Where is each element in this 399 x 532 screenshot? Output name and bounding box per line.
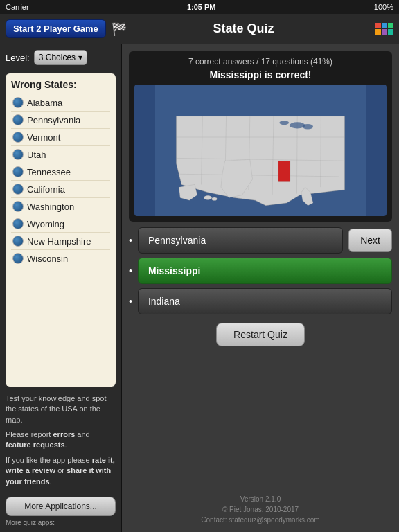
- choice-button-2[interactable]: Indiana: [138, 288, 392, 314]
- level-label: Level:: [6, 53, 30, 63]
- state-icon: [12, 149, 24, 160]
- credit-label: © Piet Jonas, 2010-2017: [129, 504, 392, 515]
- state-icon: [12, 132, 24, 143]
- wrong-state-item: Alabama: [11, 94, 110, 112]
- version-label: Version 2.1.0: [129, 494, 392, 504]
- color-cell: [375, 29, 381, 35]
- wrong-state-item: Vermont: [11, 129, 110, 146]
- svg-rect-10: [278, 161, 290, 181]
- restart-button[interactable]: Restart Quiz: [216, 323, 305, 346]
- info-section: Test your knowledge and spot the states …: [6, 393, 116, 491]
- state-icon: [12, 184, 24, 195]
- color-cell: [375, 23, 381, 28]
- choice-bullet: •: [129, 235, 132, 246]
- state-icon: [12, 201, 24, 212]
- svg-point-13: [303, 124, 313, 130]
- svg-point-12: [279, 121, 289, 125]
- color-cell: [388, 29, 393, 35]
- state-icon: [12, 253, 24, 264]
- color-cell: [382, 23, 387, 28]
- info-text-3: If you like the app please rate it, writ…: [6, 455, 116, 487]
- wrong-states-list: AlabamaPennsylvaniaVermontUtahTennesseeC…: [11, 94, 110, 267]
- usa-map-container: [134, 85, 387, 216]
- app-title: State Quiz: [132, 21, 355, 36]
- color-cell: [388, 23, 393, 28]
- chevron-down-icon: ▾: [78, 53, 82, 62]
- correct-message: Mississippi is correct!: [134, 69, 387, 80]
- more-quiz-label: More quiz apps:: [6, 519, 116, 526]
- state-name: Wyoming: [27, 219, 64, 229]
- svg-point-14: [204, 195, 211, 200]
- info-text-2: Please report errors and feature request…: [6, 429, 116, 451]
- sidebar: Level: 3 Choices ▾ Wrong States: Alabama…: [0, 44, 122, 532]
- flag-icon: 🏁: [112, 21, 127, 37]
- choice-bullet: •: [129, 265, 132, 276]
- quiz-stats: 7 correct answers / 17 questions (41%): [134, 57, 387, 66]
- wrong-state-item: Utah: [11, 146, 110, 163]
- wrong-state-item: New Hampshire: [11, 233, 110, 250]
- footer: Version 2.1.0 © Piet Jonas, 2010-2017 Co…: [129, 494, 392, 525]
- usa-map-svg: [134, 85, 387, 216]
- state-icon: [12, 114, 24, 125]
- main-content: Level: 3 Choices ▾ Wrong States: Alabama…: [0, 44, 399, 532]
- choice-bullet: •: [129, 296, 132, 307]
- state-icon: [12, 218, 24, 229]
- more-apps-button[interactable]: More Applications...: [6, 497, 116, 516]
- state-icon: [12, 166, 24, 177]
- wrong-states-title: Wrong States:: [11, 79, 110, 90]
- wrong-state-item: Tennessee: [11, 163, 110, 181]
- restart-container: Restart Quiz: [129, 323, 392, 346]
- info-text-1: Test your knowledge and spot the states …: [6, 393, 116, 425]
- state-name: California: [27, 184, 65, 195]
- start-2player-button[interactable]: Start 2 Player Game: [6, 19, 106, 38]
- state-name: New Hampshire: [27, 236, 91, 247]
- state-name: Wisconsin: [27, 254, 68, 264]
- nav-bar: Start 2 Player Game 🏁 State Quiz: [0, 14, 399, 44]
- wrong-state-item: Washington: [11, 198, 110, 215]
- status-bar: Carrier 1:05 PM 100%: [0, 0, 399, 14]
- time-label: 1:05 PM: [187, 3, 216, 11]
- choice-row: •Indiana: [129, 288, 392, 314]
- state-name: Pennsylvania: [27, 115, 80, 125]
- state-name: Tennessee: [27, 167, 71, 177]
- next-button[interactable]: Next: [348, 229, 392, 252]
- carrier-label: Carrier: [6, 3, 29, 11]
- level-row: Level: 3 Choices ▾: [6, 50, 116, 65]
- wrong-states-section: Wrong States: AlabamaPennsylvaniaVermont…: [6, 73, 116, 387]
- choice-row: •PennsylvaniaNext: [129, 227, 392, 254]
- state-name: Vermont: [27, 132, 60, 143]
- svg-point-15: [212, 197, 218, 201]
- battery-label: 100%: [374, 3, 393, 11]
- level-select[interactable]: 3 Choices ▾: [34, 50, 87, 65]
- color-cell: [382, 29, 387, 35]
- wrong-state-item: Wisconsin: [11, 250, 110, 267]
- contact-label: Contact: statequiz@speedymarks.com: [129, 515, 392, 525]
- state-icon: [12, 236, 24, 247]
- level-value: 3 Choices: [39, 53, 76, 62]
- wrong-state-item: Pennsylvania: [11, 112, 110, 129]
- wrong-state-item: Wyoming: [11, 215, 110, 233]
- right-content: 7 correct answers / 17 questions (41%) M…: [122, 44, 399, 532]
- svg-point-11: [290, 122, 305, 128]
- state-name: Washington: [27, 202, 74, 212]
- wrong-state-item: California: [11, 181, 110, 198]
- choices-container: •PennsylvaniaNext•Mississippi•Indiana: [129, 227, 392, 314]
- color-grid-icon: [375, 23, 393, 35]
- choice-row: •Mississippi: [129, 258, 392, 284]
- choice-button-1[interactable]: Mississippi: [138, 258, 392, 284]
- state-icon: [12, 97, 24, 108]
- choice-button-0[interactable]: Pennsylvania: [138, 227, 343, 254]
- state-name: Alabama: [27, 98, 62, 108]
- state-name: Utah: [27, 150, 46, 160]
- map-container: 7 correct answers / 17 questions (41%) M…: [129, 51, 392, 222]
